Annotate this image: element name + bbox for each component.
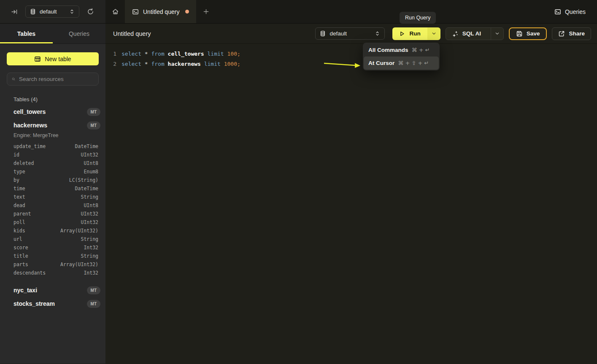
database-icon — [320, 30, 326, 37]
column-type: Enum8 — [84, 169, 98, 175]
sql-console-app: default Untitled query Queries — [0, 0, 597, 364]
refresh-button[interactable] — [85, 6, 96, 17]
column-type: LC(String) — [69, 177, 98, 183]
home-button[interactable] — [105, 0, 125, 23]
column-row[interactable]: deletedUInt8 — [0, 159, 105, 167]
sparkles-icon — [452, 30, 459, 37]
database-selector[interactable]: default — [25, 5, 79, 18]
query-toolbar: Untitled query default Run — [105, 24, 597, 44]
column-type: UInt32 — [81, 211, 98, 217]
chevrons-updown-icon — [375, 31, 380, 36]
database-icon — [30, 8, 36, 15]
menu-item-all-commands[interactable]: All Commands ⌘ + ↵ — [364, 43, 439, 57]
menu-item-shortcut: ⌘ + ↵ — [412, 47, 430, 53]
column-row[interactable]: textString — [0, 193, 105, 201]
queries-nav[interactable]: Queries — [554, 0, 597, 23]
sidebar-body: New table Tables (4) cell_towers MT hack… — [0, 44, 105, 364]
column-row[interactable]: update_timeDateTime — [0, 142, 105, 151]
table-name: stocks_stream — [14, 300, 55, 307]
column-row[interactable]: scoreInt32 — [0, 243, 105, 252]
sql-ai-main[interactable]: SQL AI — [446, 28, 487, 40]
column-type: UInt8 — [84, 160, 98, 166]
column-name: poll — [14, 219, 25, 225]
sidebar-tab-queries-label: Queries — [69, 30, 89, 37]
column-row[interactable]: descendantsInt32 — [0, 269, 105, 277]
menu-item-label: At Cursor — [368, 60, 394, 66]
sidebar-tab-tables[interactable]: Tables — [0, 24, 53, 43]
play-icon — [399, 31, 405, 37]
column-name: dead — [14, 202, 25, 208]
sql-number: 100 — [227, 49, 237, 59]
queries-terminal-icon — [554, 8, 561, 15]
tab-label: Untitled query — [143, 8, 179, 15]
run-query-tooltip: Run Query — [400, 12, 436, 24]
run-button[interactable]: Run — [392, 27, 427, 40]
run-options-menu: All Commands ⌘ + ↵ At Cursor ⌘ + ⇧ + ↵ — [363, 43, 440, 70]
search-resources-input[interactable] — [19, 76, 94, 82]
column-name: kids — [14, 228, 25, 234]
content-area: Tables Queries New table Tables (4) — [0, 24, 597, 364]
column-name: url — [14, 236, 22, 242]
table-row-cell-towers[interactable]: cell_towers MT — [0, 105, 105, 119]
table-icon — [34, 56, 41, 62]
column-type: UInt32 — [81, 219, 98, 225]
save-button[interactable]: Save — [509, 27, 547, 40]
column-name: id — [14, 152, 19, 158]
search-icon — [12, 76, 15, 82]
column-type: UInt32 — [81, 152, 98, 158]
table-row-stocks-stream[interactable]: stocks_stream MT — [0, 297, 105, 310]
column-type: DateTime — [75, 186, 98, 191]
sql-keyword: select — [122, 59, 145, 69]
database-selector-value: default — [40, 8, 57, 15]
column-type: String — [81, 236, 98, 242]
tab-strip: Untitled query — [105, 0, 216, 23]
column-row[interactable]: idUInt32 — [0, 151, 105, 159]
collapse-sidebar-button[interactable] — [9, 6, 20, 17]
search-resources-box[interactable] — [7, 73, 99, 86]
sidebar: Tables Queries New table Tables (4) — [0, 24, 105, 364]
sql-ai-options[interactable] — [491, 28, 503, 40]
column-row[interactable]: partsArray(UInt32) — [0, 260, 105, 269]
column-name: parent — [14, 211, 31, 217]
column-row[interactable]: titleString — [0, 252, 105, 260]
new-table-button[interactable]: New table — [7, 52, 99, 65]
query-title: Untitled query — [113, 30, 151, 37]
sql-operator: * — [145, 49, 151, 59]
refresh-icon — [87, 8, 94, 15]
queries-nav-label: Queries — [565, 8, 586, 15]
main-panel: Untitled query default Run — [105, 24, 597, 364]
run-options-button[interactable] — [427, 27, 440, 40]
column-row[interactable]: kidsArray(UInt32) — [0, 226, 105, 235]
column-row[interactable]: deadUInt8 — [0, 201, 105, 210]
toolbar-database-selector[interactable]: default — [315, 27, 385, 40]
toolbar-database-value: default — [330, 30, 347, 37]
menu-item-at-cursor[interactable]: At Cursor ⌘ + ⇧ + ↵ — [364, 57, 439, 70]
column-name: score — [14, 245, 28, 251]
column-row[interactable]: byLC(String) — [0, 176, 105, 184]
engine-badge: MT — [87, 286, 100, 294]
column-row[interactable]: timeDateTime — [0, 184, 105, 193]
sql-number: 1000 — [224, 59, 237, 69]
tables-section-label: Tables (4) — [14, 96, 98, 102]
editor-line-1[interactable]: 1select * from cell_towers limit 100; — [105, 49, 597, 59]
sidebar-tabs: Tables Queries — [0, 24, 105, 44]
table-row-nyc-taxi[interactable]: nyc_taxi MT — [0, 283, 105, 297]
line-number: 1 — [105, 49, 116, 59]
table-name: hackernews — [14, 122, 47, 129]
column-row[interactable]: parentUInt32 — [0, 210, 105, 218]
column-row[interactable]: urlString — [0, 235, 105, 243]
column-row[interactable]: pollUInt32 — [0, 218, 105, 226]
collapse-sidebar-icon — [11, 8, 18, 15]
new-tab-button[interactable] — [196, 0, 216, 23]
column-row[interactable]: typeEnum8 — [0, 167, 105, 176]
table-row-hackernews[interactable]: hackernews MT — [0, 119, 105, 132]
sql-semicolon: ; — [237, 59, 240, 69]
share-button[interactable]: Share — [552, 27, 591, 40]
sidebar-tab-queries[interactable]: Queries — [53, 24, 105, 43]
engine-badge: MT — [87, 300, 100, 308]
column-name: descendants — [14, 270, 46, 276]
sql-ai-button[interactable]: SQL AI — [446, 27, 504, 40]
run-button-label: Run — [409, 30, 420, 37]
menu-item-label: All Commands — [368, 47, 408, 53]
tab-untitled-query[interactable]: Untitled query — [125, 0, 196, 23]
